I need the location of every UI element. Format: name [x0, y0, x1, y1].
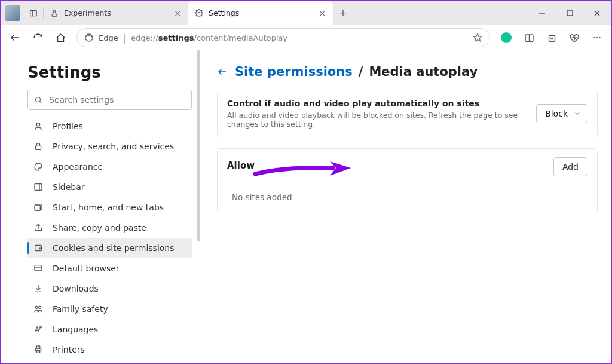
svg-point-30: [35, 306, 38, 308]
printer-icon: [33, 345, 44, 354]
chevron-down-icon: [574, 110, 581, 117]
search-icon: [34, 96, 43, 105]
browser-essentials-icon[interactable]: [564, 27, 585, 48]
nav-printers[interactable]: Printers: [27, 339, 192, 360]
nav-profiles[interactable]: Profiles: [27, 116, 192, 136]
flask-icon: [50, 8, 59, 18]
share-icon: [33, 223, 44, 233]
home-button[interactable]: [50, 27, 71, 48]
refresh-button[interactable]: [27, 27, 48, 48]
nav-cookies-permissions[interactable]: Cookies and site permissions: [27, 238, 192, 258]
search-input[interactable]: [49, 95, 185, 105]
svg-point-15: [593, 37, 595, 38]
breadcrumb-current: Media autoplay: [369, 65, 478, 79]
nav-downloads[interactable]: Downloads: [27, 279, 192, 299]
svg-rect-22: [35, 184, 42, 191]
autoplay-dropdown[interactable]: Block: [536, 104, 587, 123]
maximize-button[interactable]: [556, 1, 583, 25]
svg-rect-0: [30, 10, 37, 16]
language-icon: [33, 325, 44, 334]
tab-experiments[interactable]: Experiments ×: [44, 1, 188, 25]
nav-family[interactable]: Family safety: [27, 299, 192, 319]
svg-point-26: [39, 248, 41, 250]
window-controls: [528, 1, 611, 25]
tab-settings[interactable]: Settings ×: [188, 1, 333, 25]
svg-rect-27: [35, 265, 42, 271]
tab-label: Experiments: [64, 8, 168, 17]
nav-languages[interactable]: Languages: [27, 319, 192, 339]
svg-point-8: [85, 34, 93, 41]
tab-actions-button[interactable]: [24, 1, 43, 25]
minimize-button[interactable]: [528, 1, 556, 25]
permissions-icon: [33, 243, 44, 253]
svg-rect-24: [35, 205, 40, 210]
control-subtitle: All audio and video playback will be blo…: [227, 111, 536, 129]
browser-icon: [33, 264, 44, 273]
more-button[interactable]: [587, 27, 607, 48]
download-icon: [33, 284, 44, 293]
sidebar-icon: [33, 182, 44, 192]
nav-default-browser[interactable]: Default browser: [27, 258, 192, 279]
url-text: edge://settings/content/mediaAutoplay: [131, 33, 287, 42]
close-icon[interactable]: ×: [173, 8, 182, 18]
close-window-button[interactable]: [583, 1, 611, 25]
profile-icon: [33, 121, 44, 131]
tab-label: Settings: [209, 8, 313, 17]
nav-appearance[interactable]: Appearance: [27, 157, 192, 177]
collections-icon[interactable]: [541, 27, 562, 48]
svg-rect-34: [36, 346, 39, 348]
add-button[interactable]: Add: [553, 157, 587, 176]
grammarly-icon[interactable]: [496, 27, 516, 48]
search-settings[interactable]: [27, 90, 192, 110]
split-screen-icon[interactable]: [519, 27, 539, 48]
dropdown-value: Block: [545, 109, 568, 118]
svg-marker-9: [473, 33, 481, 41]
settings-heading: Settings: [27, 63, 192, 81]
lock-icon: [33, 142, 44, 151]
allow-title: Allow: [227, 160, 553, 171]
svg-point-20: [36, 123, 39, 126]
address-separator: |: [123, 32, 126, 44]
close-icon[interactable]: ×: [317, 8, 327, 18]
new-tab-button[interactable]: +: [333, 1, 353, 25]
family-icon: [33, 304, 44, 314]
edge-icon: [84, 33, 94, 42]
svg-point-2: [198, 12, 200, 14]
control-title: Control if audio and video play automati…: [227, 99, 536, 108]
titlebar: Experiments × Settings × +: [1, 1, 611, 25]
breadcrumb-back-icon[interactable]: [217, 66, 229, 77]
allow-empty-text: No sites added: [218, 185, 597, 213]
nav-privacy[interactable]: Privacy, search, and services: [27, 136, 192, 157]
breadcrumb-link[interactable]: Site permissions: [235, 65, 353, 79]
breadcrumb-separator: /: [359, 65, 363, 79]
autoplay-control-card: Control if audio and video play automati…: [217, 90, 598, 137]
address-bar[interactable]: Edge | edge://settings/content/mediaAuto…: [76, 28, 490, 47]
svg-point-31: [39, 306, 41, 308]
back-button[interactable]: [5, 27, 25, 48]
gear-icon: [194, 8, 204, 18]
svg-point-17: [599, 37, 601, 38]
content-area: Settings Profiles Privacy, search, and s…: [1, 50, 611, 363]
nav-sidebar[interactable]: Sidebar: [27, 177, 192, 197]
breadcrumb: Site permissions / Media autoplay: [217, 65, 598, 79]
favorite-icon[interactable]: [473, 33, 482, 42]
scrollbar-thumb[interactable]: [197, 50, 200, 241]
toolbar: Edge | edge://settings/content/mediaAuto…: [1, 25, 611, 50]
main-panel: Site permissions / Media autoplay Contro…: [201, 50, 611, 363]
svg-line-19: [40, 101, 42, 103]
svg-point-18: [36, 97, 41, 102]
svg-point-16: [596, 37, 598, 38]
svg-rect-4: [567, 10, 573, 16]
settings-nav: Profiles Privacy, search, and services A…: [27, 116, 192, 360]
browser-name: Edge: [99, 33, 118, 42]
sidebar-scrollbar[interactable]: [195, 50, 201, 363]
nav-share-copy[interactable]: Share, copy and paste: [27, 218, 192, 238]
allow-card: Allow Add No sites added: [217, 148, 598, 213]
svg-rect-21: [35, 146, 41, 149]
settings-sidebar: Settings Profiles Privacy, search, and s…: [1, 50, 201, 363]
tabs-icon: [33, 203, 44, 212]
palette-icon: [33, 162, 44, 172]
nav-start-home[interactable]: Start, home, and new tabs: [27, 197, 192, 218]
profile-avatar[interactable]: [5, 5, 20, 21]
